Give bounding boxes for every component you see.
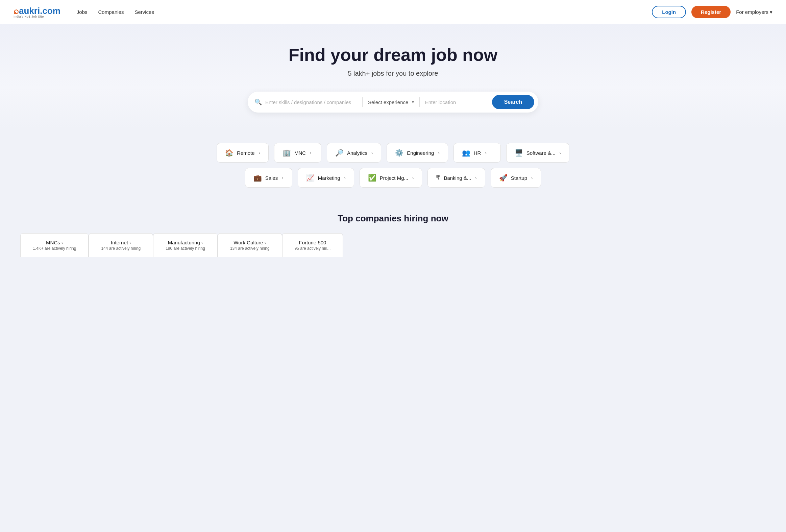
people-icon: 👥 [462,149,470,157]
tab-internet-label: Internet [111,240,128,246]
arrow-icon: › [475,176,477,181]
register-button[interactable]: Register [691,6,731,18]
hero-section: Find your dream job now 5 lakh+ jobs for… [0,24,786,130]
search-button[interactable]: Search [492,95,534,109]
tab-work-culture[interactable]: Work Culture › 134 are actively hiring [217,233,282,257]
for-employers-link[interactable]: For employers ▾ [736,9,772,15]
divider-1 [362,97,363,107]
category-chip-software[interactable]: 🖥️ Software &... › [506,143,570,163]
arrow-icon: › [371,151,373,156]
search-icon: 🔍 [254,98,262,106]
tab-work-culture-sub: 134 are actively hiring [230,246,270,251]
arrow-icon: › [531,176,533,181]
category-label-marketing: Marketing [318,175,340,181]
header-actions: Login Register For employers ▾ [652,6,772,18]
company-tabs: MNCs › 1.4K+ are actively hiring Interne… [20,233,766,257]
tab-internet-sub: 144 are actively hiring [101,246,141,251]
category-label-engineering: Engineering [407,150,434,156]
logo-prefix: ⌕ [14,6,19,16]
category-row-2: 💼 Sales › 📈 Marketing › ✅ Project Mg... … [20,168,766,188]
arrow-icon: › [201,240,203,246]
rocket-icon: 🚀 [499,174,508,182]
tab-fortune500[interactable]: Fortune 500 95 are actively hiri... [282,233,343,257]
category-label-sales: Sales [265,175,278,181]
arrow-icon: › [485,151,486,156]
monitor-icon: 🖥️ [515,149,523,157]
categories-section: 🏠 Remote › 🏢 MNC › 🔎 Analytics › ⚙️ Engi… [0,130,786,200]
logo[interactable]: ⌕aukri.com India's No1 Job Site [14,6,61,18]
category-label-analytics: Analytics [347,150,367,156]
category-chip-mnc[interactable]: 🏢 MNC › [274,143,321,163]
tab-mncs-label: MNCs [46,240,60,246]
experience-select-wrap: Select experience 0-1 years 1-3 years 3-… [368,99,414,105]
category-label-startup: Startup [511,175,527,181]
arrow-icon: › [560,151,561,156]
category-chip-startup[interactable]: 🚀 Startup › [491,168,541,188]
arrow-icon: › [310,151,311,156]
trending-icon: 📈 [306,174,315,182]
arrow-icon: › [412,176,414,181]
category-label-mnc: MNC [294,150,306,156]
top-companies-title: Top companies hiring now [20,213,766,224]
category-chip-engineering[interactable]: ⚙️ Engineering › [387,143,448,163]
arrow-icon: › [438,151,439,156]
building-icon: 🏢 [282,149,291,157]
tab-internet[interactable]: Internet › 144 are actively hiring [89,233,153,257]
divider-2 [419,97,420,107]
login-button[interactable]: Login [652,6,686,18]
tab-work-culture-label: Work Culture [233,240,263,246]
tab-manufacturing[interactable]: Manufacturing › 190 are actively hiring [153,233,217,257]
category-chip-banking[interactable]: ₹ Banking &... › [427,168,485,188]
category-chip-sales[interactable]: 💼 Sales › [245,168,292,188]
tab-mncs-sub: 1.4K+ are actively hiring [33,246,76,251]
logo-tld: .com [40,6,61,16]
category-row-1: 🏠 Remote › 🏢 MNC › 🔎 Analytics › ⚙️ Engi… [20,143,766,163]
chevron-down-icon: ▾ [412,100,414,105]
arrow-icon: › [344,176,346,181]
nav-companies[interactable]: Companies [98,9,124,15]
logo-brand: aukri [19,6,40,16]
category-label-remote: Remote [237,150,255,156]
location-input[interactable] [425,99,489,105]
gear-icon: ⚙️ [395,149,403,157]
tab-manufacturing-sub: 190 are actively hiring [166,246,205,251]
category-label-project: Project Mg... [380,175,408,181]
hero-title: Find your dream job now [14,45,772,65]
arrow-icon: › [130,240,131,246]
category-label-banking: Banking &... [444,175,471,181]
checkmark-icon: ✅ [368,174,376,182]
nav-jobs[interactable]: Jobs [77,9,88,15]
arrow-icon: › [259,151,260,156]
tab-fortune500-sub: 95 are actively hiri... [295,246,331,251]
tab-manufacturing-label: Manufacturing [168,240,200,246]
search-bar: 🔍 Select experience 0-1 years 1-3 years … [248,92,538,113]
category-chip-analytics[interactable]: 🔎 Analytics › [327,143,381,163]
hero-subtitle: 5 lakh+ jobs for you to explore [14,70,772,77]
tab-fortune500-label: Fortune 500 [299,240,326,246]
chevron-down-icon: ▾ [770,9,772,15]
category-chip-remote[interactable]: 🏠 Remote › [216,143,269,163]
tab-mncs[interactable]: MNCs › 1.4K+ are actively hiring [20,233,89,257]
arrow-icon: › [282,176,283,181]
category-chip-project[interactable]: ✅ Project Mg... › [360,168,422,188]
header: ⌕aukri.com India's No1 Job Site Jobs Com… [0,0,786,24]
category-label-hr: HR [474,150,481,156]
arrow-icon: › [264,240,266,246]
rupee-icon: ₹ [436,174,440,182]
analytics-icon: 🔎 [335,149,344,157]
experience-select[interactable]: Select experience 0-1 years 1-3 years 3-… [368,99,410,105]
category-chip-marketing[interactable]: 📈 Marketing › [298,168,354,188]
skills-input[interactable] [265,99,357,105]
category-chip-hr[interactable]: 👥 HR › [454,143,501,163]
arrow-icon: › [62,240,63,246]
home-icon: 🏠 [225,149,233,157]
nav-services[interactable]: Services [135,9,154,15]
main-nav: Jobs Companies Services [77,9,652,15]
category-label-software: Software &... [527,150,556,156]
top-companies-section: Top companies hiring now MNCs › 1.4K+ ar… [0,200,786,257]
briefcase-icon: 💼 [253,174,262,182]
